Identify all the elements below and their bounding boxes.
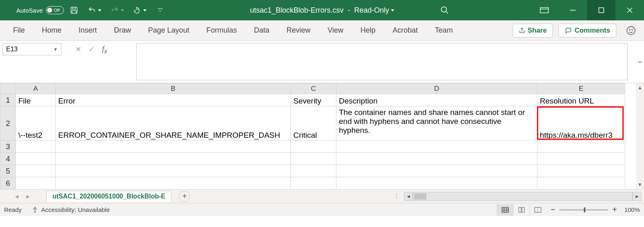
spreadsheet-grid[interactable]: A B C D E 1 File Error Severity Descript… xyxy=(0,83,644,189)
cell-E2[interactable]: https://aka.ms/dberr3 xyxy=(537,106,625,141)
tab-view[interactable]: View xyxy=(325,22,346,39)
cell-A2[interactable]: \--test2 xyxy=(16,106,56,141)
cell-B2[interactable]: ERROR_CONTAINER_OR_SHARE_NAME_IMPROPER_D… xyxy=(56,106,291,141)
title-bar: AutoSave Off utsac1_BlockBlob-Errors.csv… xyxy=(0,0,644,20)
svg-point-16 xyxy=(35,207,36,208)
insert-function-icon[interactable]: fx xyxy=(102,45,107,55)
select-all-corner[interactable] xyxy=(0,84,16,94)
cell-A1[interactable]: File xyxy=(16,94,56,106)
undo-button[interactable] xyxy=(84,2,105,18)
view-page-break-icon[interactable] xyxy=(529,204,546,216)
tab-file[interactable]: File xyxy=(11,22,27,39)
tab-splitter-icon[interactable]: ⋮ xyxy=(393,192,401,200)
col-header-E[interactable]: E xyxy=(537,84,625,94)
col-header-D[interactable]: D xyxy=(336,84,537,94)
svg-rect-6 xyxy=(540,8,548,13)
share-button[interactable]: Share xyxy=(513,24,553,37)
ribbon-tabs: File Home Insert Draw Page Layout Formul… xyxy=(0,20,644,41)
zoom-level[interactable]: 100% xyxy=(624,206,640,213)
svg-rect-9 xyxy=(599,8,604,13)
hscroll-left-icon[interactable]: ◄ xyxy=(404,192,413,201)
tab-acrobat[interactable]: Acrobat xyxy=(390,22,420,39)
svg-point-13 xyxy=(627,26,635,35)
hscroll-right-icon[interactable]: ► xyxy=(633,192,642,201)
col-header-A[interactable]: A xyxy=(16,84,56,94)
readonly-dropdown[interactable]: Read-Only xyxy=(354,6,394,15)
formula-input[interactable] xyxy=(136,43,628,80)
redo-button[interactable] xyxy=(107,2,127,18)
hscroll-thumb[interactable] xyxy=(414,193,426,200)
svg-line-5 xyxy=(446,11,448,14)
tab-team[interactable]: Team xyxy=(432,22,455,39)
tab-formulas[interactable]: Formulas xyxy=(204,22,239,39)
scroll-up-icon[interactable]: ▲ xyxy=(637,85,642,90)
cell-D2[interactable]: The container names and share names cann… xyxy=(336,106,537,141)
svg-point-15 xyxy=(632,29,633,30)
enter-formula-icon[interactable]: ✓ xyxy=(89,45,95,54)
status-ready: Ready xyxy=(4,206,22,213)
save-icon[interactable] xyxy=(66,2,82,18)
col-header-C[interactable]: C xyxy=(291,84,336,94)
tab-page-layout[interactable]: Page Layout xyxy=(146,22,192,39)
tab-data[interactable]: Data xyxy=(251,22,272,39)
document-title: utsac1_BlockBlob-Errors.csv xyxy=(250,6,343,15)
col-header-B[interactable]: B xyxy=(56,84,291,94)
formula-bar-expand-icon[interactable] xyxy=(636,41,644,83)
cell-E1[interactable]: Resolution URL xyxy=(537,94,625,106)
sheet-tab-active[interactable]: utSAC1_202006051000_BlockBlob-E xyxy=(46,191,171,202)
svg-point-14 xyxy=(629,29,630,30)
row-header-3[interactable]: 3 xyxy=(0,141,16,153)
horizontal-scrollbar[interactable]: ◄ ► xyxy=(404,192,642,201)
vertical-scrollbar[interactable]: ▲ ▼ xyxy=(636,83,644,189)
zoom-out-button[interactable]: − xyxy=(550,205,555,214)
sheet-tab-bar: ◄ ► utSAC1_202006051000_BlockBlob-E + ⋮ … xyxy=(0,189,644,203)
formula-bar: E13 ▼ ⋮ ✕ ✓ fx xyxy=(0,41,644,83)
close-button[interactable] xyxy=(616,0,644,20)
cell-A3[interactable] xyxy=(16,141,56,153)
cell-B1[interactable]: Error xyxy=(56,94,291,106)
touch-mode-button[interactable] xyxy=(130,2,150,18)
row-header-1[interactable]: 1 xyxy=(0,94,16,106)
svg-rect-2 xyxy=(72,11,76,13)
qat-customize-button[interactable] xyxy=(153,2,168,18)
tab-draw[interactable]: Draw xyxy=(111,22,133,39)
tab-help[interactable]: Help xyxy=(358,22,378,39)
autosave-toggle[interactable]: AutoSave Off xyxy=(16,6,64,14)
row-header-5[interactable]: 5 xyxy=(0,165,16,177)
row-header-4[interactable]: 4 xyxy=(0,153,16,165)
view-page-layout-icon[interactable] xyxy=(513,204,529,216)
minimize-button[interactable] xyxy=(559,0,587,20)
name-box[interactable]: E13 ▼ xyxy=(2,43,61,55)
feedback-smiley-icon[interactable] xyxy=(624,23,638,38)
svg-rect-23 xyxy=(522,207,524,212)
ribbon-display-button[interactable] xyxy=(530,0,559,20)
zoom-slider[interactable] xyxy=(559,209,608,211)
cancel-formula-icon[interactable]: ✕ xyxy=(75,45,81,54)
status-bar: Ready Accessibility: Unavailable − + 100… xyxy=(0,203,644,216)
row-header-2[interactable]: 2 xyxy=(0,106,16,141)
tab-home[interactable]: Home xyxy=(39,22,64,39)
scroll-down-icon[interactable]: ▼ xyxy=(637,182,642,187)
tab-review[interactable]: Review xyxy=(284,22,313,39)
search-icon[interactable] xyxy=(432,6,457,15)
sheet-nav-next-icon[interactable]: ► xyxy=(25,193,31,200)
autosave-label: AutoSave xyxy=(16,7,43,14)
cell-C2[interactable]: Critical xyxy=(291,106,336,141)
view-normal-icon[interactable] xyxy=(497,204,513,216)
svg-rect-22 xyxy=(519,207,521,212)
zoom-in-button[interactable]: + xyxy=(612,205,617,214)
new-sheet-button[interactable]: + xyxy=(179,191,190,202)
row-header-6[interactable]: 6 xyxy=(0,177,16,190)
svg-rect-1 xyxy=(72,7,76,9)
svg-rect-17 xyxy=(502,207,509,212)
sheet-nav-prev-icon[interactable]: ◄ xyxy=(14,193,20,200)
comments-button[interactable]: Comments xyxy=(559,24,616,37)
maximize-button[interactable] xyxy=(587,0,616,20)
cell-C1[interactable]: Severity xyxy=(291,94,336,106)
accessibility-status[interactable]: Accessibility: Unavailable xyxy=(31,206,109,214)
cell-D1[interactable]: Description xyxy=(336,94,537,106)
svg-point-4 xyxy=(441,7,447,12)
tab-insert[interactable]: Insert xyxy=(76,22,99,39)
